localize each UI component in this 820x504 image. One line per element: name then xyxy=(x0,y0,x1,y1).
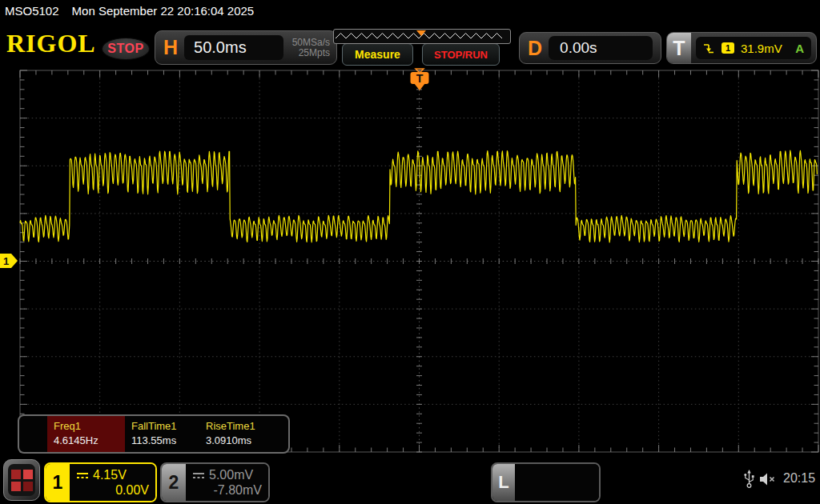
logic-label: L xyxy=(492,464,515,501)
channel1-position-marker[interactable]: 1 xyxy=(0,254,18,268)
svg-text:1: 1 xyxy=(3,255,9,267)
measurement-name: Freq1 xyxy=(54,420,81,432)
measurement-panel[interactable]: Freq1 4.6145Hz FallTime1 113.55ms RiseTi… xyxy=(18,414,290,454)
waveform-overview-bar[interactable] xyxy=(333,29,511,44)
menu-grid-icon xyxy=(8,464,35,496)
channel1-box[interactable]: 1 4.15V 0.00V xyxy=(44,462,157,502)
horizontal-panel[interactable]: H 50.0ms 50MSa/s 25Mpts xyxy=(155,30,337,65)
channel1-offset: 0.00V xyxy=(76,482,149,498)
channel2-info: 5.00mV -7.80mV xyxy=(186,464,268,501)
channel1-number: 1 xyxy=(46,464,70,501)
channel2-offset: -7.80mV xyxy=(192,482,262,498)
datetime: Mon September 22 20:16:04 2025 xyxy=(72,4,255,18)
channel2-scale: 5.00mV xyxy=(209,467,253,482)
channel2-number: 2 xyxy=(162,464,186,501)
trigger-info[interactable]: 1 31.9mV A xyxy=(696,37,811,59)
measurement-value: 3.0910ms xyxy=(206,434,251,446)
dc-coupling-icon xyxy=(76,471,89,479)
delay-panel[interactable]: D 0.00s xyxy=(519,32,661,64)
trigger-position-marker[interactable]: T xyxy=(411,69,429,90)
memory-depth: 25Mpts xyxy=(288,48,330,58)
logic-channels-box[interactable]: L 0 1 2 3 4 5 6 7 8 9 1011 12131415 xyxy=(491,462,601,502)
trigger-level: 31.9mV xyxy=(741,42,782,55)
dc-coupling-icon xyxy=(192,471,205,479)
falling-edge-icon xyxy=(703,42,715,54)
top-status-bar: MSO5102Mon September 22 20:16:04 2025 xyxy=(5,4,254,18)
measurement-name: RiseTime1 xyxy=(206,420,255,432)
waveform-preview-icon xyxy=(334,30,508,42)
trigger-label: T xyxy=(667,33,691,63)
measurement-value: 113.55ms xyxy=(131,434,176,446)
stop-run-button[interactable]: STOP/RUN xyxy=(422,43,500,66)
delay-label: D xyxy=(528,37,542,60)
timebase-value[interactable]: 50.0ms xyxy=(184,35,283,60)
channel1-info: 4.15V 0.00V xyxy=(70,464,155,501)
measurement-value: 4.6145Hz xyxy=(54,434,98,446)
measure-button[interactable]: Measure xyxy=(342,43,413,66)
measurement-name: FallTime1 xyxy=(131,420,177,432)
usb-icon xyxy=(743,469,755,493)
svg-text:T: T xyxy=(416,72,424,85)
clock: 20:15 xyxy=(783,471,815,486)
logic-row-0-7: 0 1 2 3 4 5 6 7 xyxy=(521,497,599,502)
delay-value[interactable]: 0.00s xyxy=(549,36,653,60)
logic-channel-list: 0 1 2 3 4 5 6 7 8 9 1011 12131415 xyxy=(515,464,599,501)
rigol-logo: RIGOL xyxy=(6,29,96,58)
trigger-panel[interactable]: T 1 31.9mV A xyxy=(666,32,817,64)
sample-rate: 50MSa/s xyxy=(288,38,330,48)
trigger-source-badge: 1 xyxy=(722,42,734,54)
trigger-sweep-mode: A xyxy=(795,42,804,55)
model-name: MSO5102 xyxy=(5,4,59,18)
channel1-scale: 4.15V xyxy=(93,467,127,482)
menu-button[interactable] xyxy=(3,459,40,501)
acquisition-info: 50MSa/s 25Mpts xyxy=(288,38,336,58)
horizontal-label: H xyxy=(163,36,178,59)
channel2-box[interactable]: 2 5.00mV -7.80mV xyxy=(160,462,270,502)
mute-icon xyxy=(759,472,778,490)
run-state-badge: STOP xyxy=(102,38,150,60)
